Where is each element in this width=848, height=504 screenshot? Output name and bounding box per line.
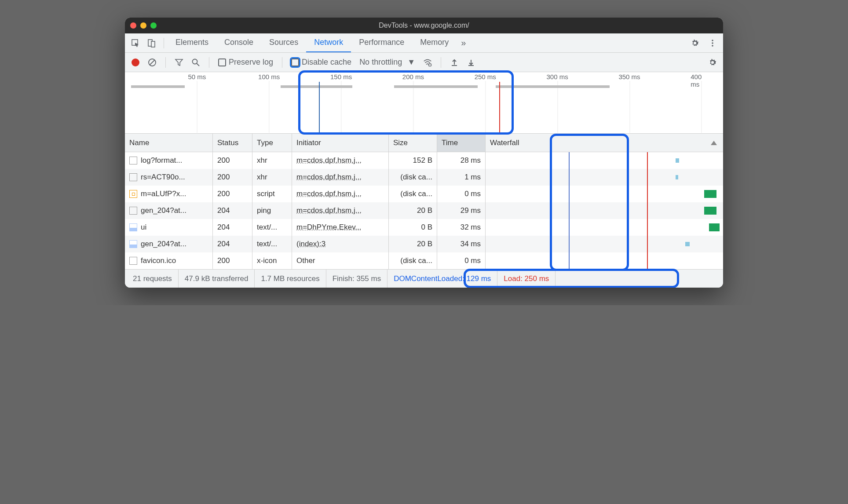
svg-point-3 <box>712 40 713 41</box>
cell-initiator[interactable]: m=DhPYme,Ekev... <box>292 219 389 236</box>
request-name: m=aLUfP?x... <box>141 190 186 198</box>
kebab-menu-icon[interactable] <box>705 36 720 50</box>
table-row[interactable]: rs=ACT90o...200xhrm=cdos,dpf,hsm,j...(di… <box>125 169 723 186</box>
panel-tabs: ElementsConsoleSourcesNetworkPerformance… <box>168 33 457 52</box>
tab-elements[interactable]: Elements <box>168 33 216 52</box>
cell-size: 20 B <box>389 236 437 252</box>
cell-time: 32 ms <box>437 219 486 236</box>
cell-initiator[interactable]: m=cdos,dpf,hsm,j... <box>292 186 389 202</box>
clear-icon[interactable] <box>145 55 159 69</box>
cell-type: script <box>252 186 292 202</box>
tab-sources[interactable]: Sources <box>261 33 306 52</box>
network-toolbar: Preserve log Disable cache No throttling… <box>125 53 723 72</box>
cell-type: text/... <box>252 219 292 236</box>
col-size[interactable]: Size <box>389 134 437 152</box>
col-status[interactable]: Status <box>213 134 252 152</box>
cell-size: 152 B <box>389 152 437 169</box>
svg-rect-2 <box>151 41 155 47</box>
cell-waterfall <box>486 169 723 186</box>
filter-icon[interactable] <box>172 55 186 69</box>
timeline-overview[interactable]: 50 ms100 ms150 ms200 ms250 ms300 ms350 m… <box>125 72 723 134</box>
window-controls <box>130 22 157 29</box>
cell-status: 200 <box>213 152 252 169</box>
disable-cache-checkbox[interactable]: Disable cache <box>289 58 354 67</box>
close-icon[interactable] <box>130 22 136 29</box>
main-tabs-bar: ElementsConsoleSourcesNetworkPerformance… <box>125 33 723 53</box>
table-row[interactable]: favicon.ico200x-iconOther(disk ca...0 ms <box>125 252 723 269</box>
cell-waterfall <box>486 236 723 252</box>
file-type-icon <box>129 157 137 164</box>
cell-type: xhr <box>252 169 292 186</box>
table-row[interactable]: ui204text/...m=DhPYme,Ekev...0 B32 ms <box>125 219 723 236</box>
minimize-icon[interactable] <box>140 22 146 29</box>
svg-line-9 <box>197 63 199 66</box>
cell-time: 28 ms <box>437 152 486 169</box>
overview-ticks: 50 ms100 ms150 ms200 ms250 ms300 ms350 m… <box>125 72 723 82</box>
status-finish: Finish: 355 ms <box>326 270 388 288</box>
settings-icon[interactable] <box>688 36 702 50</box>
record-button[interactable] <box>128 55 143 69</box>
cell-initiator[interactable]: m=cdos,dpf,hsm,j... <box>292 202 389 219</box>
cell-time: 0 ms <box>437 186 486 202</box>
cell-initiator: Other <box>292 252 389 269</box>
tab-performance[interactable]: Performance <box>351 33 412 52</box>
request-table: log?format...200xhrm=cdos,dpf,hsm,j...15… <box>125 152 723 269</box>
tick-label: 300 ms <box>547 73 568 80</box>
upload-icon[interactable] <box>447 55 461 69</box>
tick-label: 150 ms <box>330 73 352 80</box>
file-type-icon <box>129 240 137 248</box>
cell-initiator[interactable]: m=cdos,dpf,hsm,j... <box>292 169 389 186</box>
file-type-icon <box>129 173 137 181</box>
file-type-icon <box>129 190 137 198</box>
cell-size: 20 B <box>389 202 437 219</box>
device-toggle-icon[interactable] <box>144 36 158 50</box>
status-resources: 1.7 MB resources <box>255 270 326 288</box>
cell-size: 0 B <box>389 219 437 236</box>
cell-waterfall <box>486 186 723 202</box>
table-header: Name Status Type Initiator Size Time Wat… <box>125 134 723 152</box>
table-row[interactable]: m=aLUfP?x...200scriptm=cdos,dpf,hsm,j...… <box>125 186 723 202</box>
cell-type: ping <box>252 202 292 219</box>
col-name[interactable]: Name <box>125 134 213 152</box>
tab-network[interactable]: Network <box>306 33 351 52</box>
throttling-select[interactable]: No throttling ▼ <box>357 58 418 67</box>
request-name: favicon.ico <box>141 256 176 265</box>
more-tabs-button[interactable]: » <box>457 36 470 50</box>
status-domcontentloaded: DOMContentLoaded: 129 ms <box>387 270 497 288</box>
preserve-log-label: Preserve log <box>229 58 273 67</box>
cell-time: 0 ms <box>437 252 486 269</box>
cell-status: 204 <box>213 219 252 236</box>
cell-status: 200 <box>213 252 252 269</box>
svg-point-4 <box>712 42 713 44</box>
cell-status: 200 <box>213 169 252 186</box>
preserve-log-checkbox[interactable]: Preserve log <box>216 58 276 67</box>
status-load: Load: 250 ms <box>497 270 556 288</box>
search-icon[interactable] <box>189 55 203 69</box>
col-type[interactable]: Type <box>252 134 292 152</box>
table-row[interactable]: gen_204?at...204pingm=cdos,dpf,hsm,j...2… <box>125 202 723 219</box>
cell-status: 204 <box>213 202 252 219</box>
cell-initiator[interactable]: m=cdos,dpf,hsm,j... <box>292 152 389 169</box>
col-initiator[interactable]: Initiator <box>292 134 389 152</box>
panel-settings-icon[interactable] <box>705 55 720 69</box>
cell-waterfall <box>486 219 723 236</box>
download-icon[interactable] <box>464 55 478 69</box>
maximize-icon[interactable] <box>150 22 157 29</box>
cell-initiator[interactable]: (index):3 <box>292 236 389 252</box>
tick-label: 250 ms <box>475 73 496 80</box>
inspect-icon[interactable] <box>128 36 143 50</box>
request-name: log?format... <box>141 156 183 165</box>
col-time[interactable]: Time <box>437 134 486 152</box>
table-row[interactable]: log?format...200xhrm=cdos,dpf,hsm,j...15… <box>125 152 723 169</box>
network-conditions-icon[interactable] <box>420 55 435 69</box>
cell-time: 34 ms <box>437 236 486 252</box>
svg-point-8 <box>193 59 197 64</box>
devtools-window: DevTools - www.google.com/ ElementsConso… <box>125 18 723 288</box>
tab-console[interactable]: Console <box>216 33 261 52</box>
cell-waterfall <box>486 252 723 269</box>
table-row[interactable]: gen_204?at...204text/...(index):320 B34 … <box>125 236 723 252</box>
chevron-down-icon: ▼ <box>407 58 415 67</box>
tab-memory[interactable]: Memory <box>412 33 457 52</box>
cell-time: 1 ms <box>437 169 486 186</box>
col-waterfall[interactable]: Waterfall <box>486 134 723 152</box>
